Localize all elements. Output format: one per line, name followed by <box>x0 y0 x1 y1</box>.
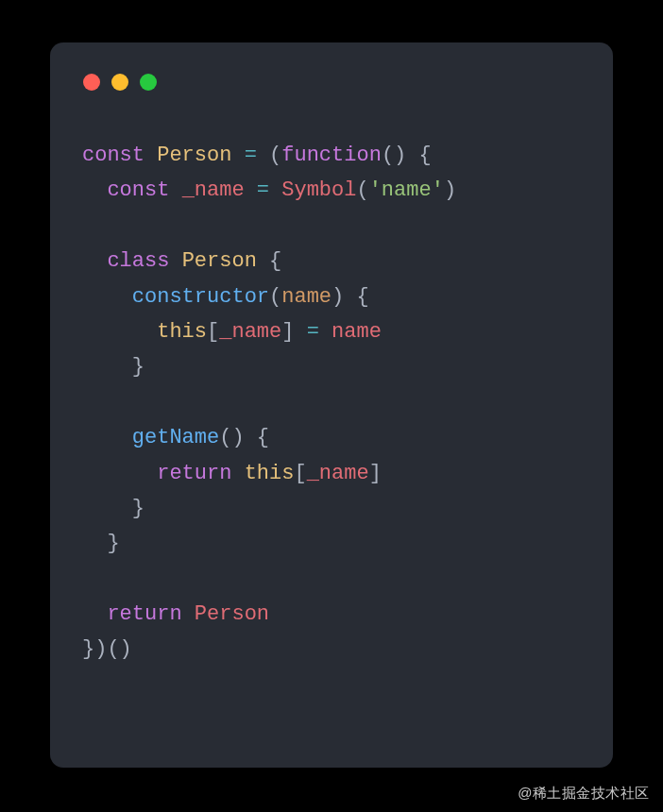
code-card: const Person = (function() { const _name… <box>50 42 613 768</box>
code-block: const Person = (function() { const _name… <box>50 91 613 668</box>
window-traffic-lights <box>50 42 613 91</box>
zoom-icon <box>140 74 157 91</box>
minimize-icon <box>111 74 128 91</box>
watermark: @稀土掘金技术社区 <box>518 785 650 803</box>
close-icon <box>83 74 100 91</box>
